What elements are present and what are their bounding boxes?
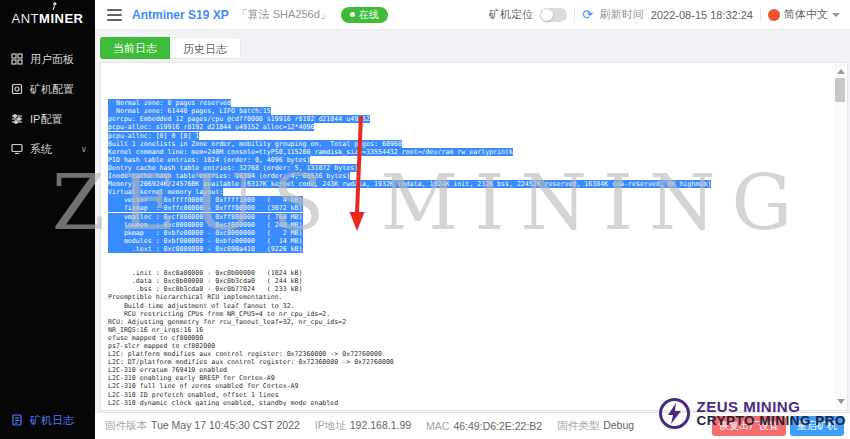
sidebar-item-system[interactable]: 系统 ∨ [0, 134, 95, 164]
log-line: L2C: platform modifies aux control regis… [108, 350, 831, 358]
log-line: pkmap : 0xbfe00000 - 0xc0000000 ( 2 MB) [108, 229, 831, 237]
scroll-up-icon[interactable] [837, 69, 845, 74]
log-line: efuse mapped to cf800000 [108, 334, 831, 342]
refresh-icon[interactable]: ⟳ [582, 8, 593, 21]
log-line: L2C-310 ID prefetch enabled, offset 1 li… [108, 391, 831, 399]
scrollbar-thumb[interactable] [835, 78, 845, 102]
online-dot-icon [350, 12, 355, 17]
language-label: 简体中文 [784, 7, 828, 22]
log-line: Normal zone: 0 pages reserved [108, 99, 831, 107]
firmware-version-value: Tue May 17 10:45:30 CST 2022 [151, 419, 300, 431]
log-line: RCU restricting CPUs from NR_CPUS=4 to n… [108, 310, 831, 318]
mac-label: MAC [426, 420, 449, 432]
logo-text: ANTMINER [12, 11, 84, 26]
language-selector[interactable]: 简体中文 [768, 7, 840, 22]
ip-config-icon [11, 113, 23, 125]
mac-value: 46:49:D6:2E:22:B2 [453, 420, 542, 432]
chevron-down-icon: ∨ [80, 144, 87, 154]
log-line: percpu: Embedded 12 pages/cpu @cdff0000 … [108, 115, 831, 123]
antminer-logo: ANTMINER [0, 0, 95, 36]
locate-label: 矿机定位 [489, 7, 533, 22]
log-line: .text : 0xc0008000 - 0xc090a410 (9226 kB… [108, 245, 831, 253]
sidebar-item-label: 系统 [30, 142, 52, 157]
log-line: lowmem : 0xc0000000 - 0xcf000000 ( 240 M… [108, 221, 831, 229]
logo-miner: MINER [39, 11, 83, 26]
mac-address: MAC46:49:D6:2E:22:B2 [426, 420, 542, 432]
log-line: .data : 0xc0b00000 - 0xc0b3cda0 ( 244 kB… [108, 277, 831, 285]
log-line: .init : 0xc0a00000 - 0xc0b00000 (1024 kB… [108, 269, 831, 277]
log-line: modules : 0xbf000000 - 0xbfe00000 ( 14 M… [108, 237, 831, 245]
log-line: Dentry cache hash table entries: 32768 (… [108, 164, 831, 172]
log-plain-block: .init : 0xc0a00000 - 0xc0b00000 (1024 kB… [108, 269, 831, 406]
firmware-version-label: 固件版本 [105, 419, 147, 431]
refresh-time: 2022-08-15 18:32:24 [651, 9, 753, 21]
log-line: PID hash table entries: 1024 (order: 0, … [108, 156, 831, 164]
status-badge: 在线 [341, 7, 388, 23]
sidebar-item-label: 矿机日志 [30, 413, 74, 428]
miner-log-icon [11, 414, 23, 426]
log-line: L2C-310 erratum 769419 enabled [108, 366, 831, 374]
sidebar-item-miner-log[interactable]: 矿机日志 [0, 407, 95, 433]
tab-current-log[interactable]: 当前日志 [100, 37, 170, 59]
log-line: Preemptible hierarchical RCU implementat… [108, 293, 831, 301]
locate-toggle[interactable] [540, 8, 567, 22]
firmware-type-label: 固件类型 [557, 419, 599, 431]
log-line: Memory: 206924K/245760K available (6317K… [108, 180, 831, 188]
log-line: pcpu-alloc: s19916 r8192 d21044 u49152 a… [108, 123, 831, 131]
log-line: NR_IRQS:16 nr_irqs:16 16 [108, 326, 831, 334]
tab-history-log[interactable]: 历史日志 [170, 37, 241, 59]
log-line: Build-time adjustment of leaf fanout to … [108, 302, 831, 310]
sidebar-item-label: 用户面板 [30, 52, 74, 67]
toggle-knob [541, 9, 553, 21]
topbar: Antminer S19 XP 「算法 SHA256d」 在线 矿机定位 ⟳ 刷… [95, 0, 850, 30]
log-line: L2C-310 full line of zeros enabled for C… [108, 382, 831, 390]
scroll-down-icon[interactable] [837, 399, 845, 404]
log-line: vmalloc : 0xcf800000 - 0xff800000 ( 768 … [108, 213, 831, 221]
device-name-link[interactable]: Antminer S19 XP [132, 8, 229, 22]
log-line: vector : 0xffff0000 - 0xffff1000 ( 4 kB) [108, 196, 831, 204]
dashboard-icon [11, 53, 23, 65]
sidebar-menu: 用户面板 矿机配置 IP配置 系统 ∨ [0, 44, 95, 164]
ant-icon [50, 2, 60, 11]
log-line: ps7-slcr mapped to cf802000 [108, 342, 831, 350]
log-line: Kernel command line: mem=240M console=tt… [108, 148, 831, 156]
firmware-version: 固件版本Tue May 17 10:45:30 CST 2022 [105, 419, 300, 433]
sidebar-item-ip-config[interactable]: IP配置 [0, 104, 95, 134]
log-line: Inode-cache hash table entries: 16384 (o… [108, 172, 831, 180]
sidebar-item-label: 矿机配置 [30, 82, 74, 97]
log-line: L2C: DT/platform modifies aux control re… [108, 358, 831, 366]
status-text: 在线 [359, 8, 379, 22]
log-line: Virtual kernel memory layout: [108, 188, 831, 196]
menu-toggle-icon[interactable] [107, 6, 122, 24]
logo-ant: ANT [12, 11, 40, 26]
firmware-type-value: Debug [603, 419, 634, 431]
miner-config-icon [11, 83, 23, 95]
log-line: .bss : 0xc0b3cda0 - 0xc0b77024 ( 233 kB) [108, 285, 831, 293]
sidebar-item-dashboard[interactable]: 用户面板 [0, 44, 95, 74]
divider [574, 8, 575, 21]
log-line: RCU: Adjusting geometry for rcu_fanout_l… [108, 318, 831, 326]
algorithm-label: 「算法 SHA256d」 [237, 7, 331, 22]
ip-address: IP地址192.168.1.99 [315, 419, 411, 433]
scrollbar[interactable] [835, 64, 845, 409]
sidebar-item-miner-config[interactable]: 矿机配置 [0, 74, 95, 104]
sidebar: ANTMINER 用户面板 矿机配置 IP配置 系统 ∨ 矿机日志 [0, 0, 95, 439]
log-line: Built 1 zonelists in Zone order, mobilit… [108, 140, 831, 148]
ip-label: IP地址 [315, 419, 346, 431]
sidebar-item-label: IP配置 [30, 112, 62, 127]
system-icon [11, 143, 23, 155]
reboot-button[interactable]: 重启矿机 [790, 416, 844, 436]
log-line: Normal zone: 61440 pages, LIFO batch:15 [108, 107, 831, 115]
log-line: L2C-310 enabling early BRESP for Cortex-… [108, 374, 831, 382]
log-tabs: 当前日志 历史日志 [100, 37, 241, 59]
factory-reset-button[interactable]: 恢复出厂设置 [712, 416, 786, 436]
log-line: L2C-310 dynamic clock gating enabled, st… [108, 399, 831, 406]
ip-value: 192.168.1.99 [350, 419, 411, 431]
refresh-label: 刷新时间 [600, 7, 644, 22]
log-panel: Normal zone: 0 pages reserved Normal zon… [100, 62, 848, 411]
log-line: fixmap : 0xffc00000 - 0xfff00000 (3072 k… [108, 204, 831, 212]
divider [760, 8, 761, 21]
firmware-type: 固件类型Debug [557, 419, 634, 433]
log-output[interactable]: Normal zone: 0 pages reserved Normal zon… [108, 83, 831, 406]
topbar-right: 矿机定位 ⟳ 刷新时间 2022-08-15 18:32:24 简体中文 [489, 7, 850, 22]
